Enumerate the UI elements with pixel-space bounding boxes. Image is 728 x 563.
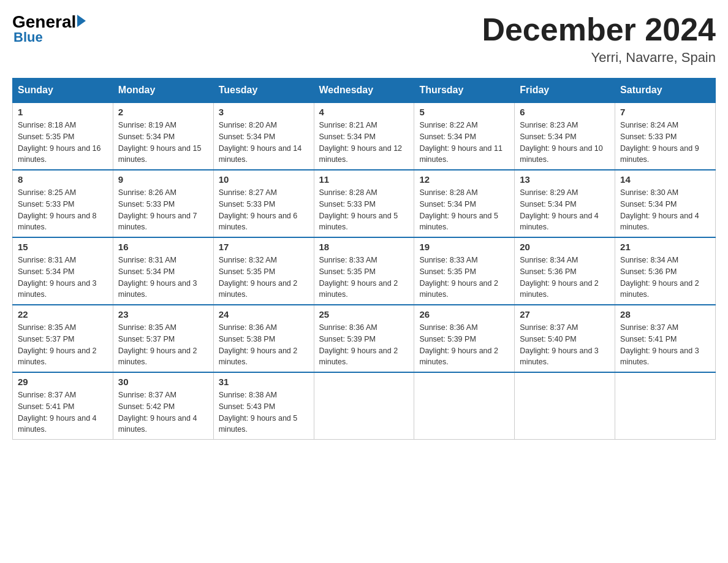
day-info: Sunrise: 8:27 AMSunset: 5:33 PMDaylight:… [219, 187, 309, 233]
day-number: 10 [219, 174, 309, 185]
day-info: Sunrise: 8:23 AMSunset: 5:34 PMDaylight:… [520, 120, 610, 166]
calendar-day-13: 13Sunrise: 8:29 AMSunset: 5:34 PMDayligh… [515, 170, 615, 237]
calendar-day-1: 1Sunrise: 8:18 AMSunset: 5:35 PMDaylight… [13, 102, 113, 170]
day-number: 1 [18, 107, 108, 117]
day-number: 26 [419, 309, 509, 320]
empty-cell [314, 372, 414, 440]
day-info: Sunrise: 8:31 AMSunset: 5:34 PMDaylight:… [18, 255, 108, 301]
calendar-day-6: 6Sunrise: 8:23 AMSunset: 5:34 PMDaylight… [515, 102, 615, 170]
day-number: 21 [620, 242, 710, 252]
day-number: 6 [520, 107, 610, 117]
empty-cell [615, 372, 716, 440]
calendar-day-20: 20Sunrise: 8:34 AMSunset: 5:36 PMDayligh… [515, 237, 615, 305]
calendar-day-23: 23Sunrise: 8:35 AMSunset: 5:37 PMDayligh… [113, 305, 213, 372]
day-number: 14 [620, 174, 710, 185]
day-info: Sunrise: 8:28 AMSunset: 5:34 PMDaylight:… [419, 187, 509, 233]
day-number: 23 [118, 309, 208, 320]
calendar-subtitle: Yerri, Navarre, Spain [482, 50, 716, 66]
day-info: Sunrise: 8:24 AMSunset: 5:33 PMDaylight:… [620, 120, 710, 166]
calendar-day-30: 30Sunrise: 8:37 AMSunset: 5:42 PMDayligh… [113, 372, 213, 440]
calendar-day-17: 17Sunrise: 8:32 AMSunset: 5:35 PMDayligh… [213, 237, 314, 305]
calendar-day-22: 22Sunrise: 8:35 AMSunset: 5:37 PMDayligh… [13, 305, 113, 372]
day-header-thursday: Thursday [414, 79, 515, 103]
day-info: Sunrise: 8:29 AMSunset: 5:34 PMDaylight:… [520, 187, 610, 233]
day-info: Sunrise: 8:28 AMSunset: 5:33 PMDaylight:… [319, 187, 409, 233]
day-header-sunday: Sunday [13, 79, 113, 103]
calendar-day-31: 31Sunrise: 8:38 AMSunset: 5:43 PMDayligh… [213, 372, 314, 440]
day-number: 28 [620, 309, 710, 320]
day-info: Sunrise: 8:38 AMSunset: 5:43 PMDaylight:… [219, 389, 309, 435]
empty-cell [414, 372, 515, 440]
day-number: 27 [520, 309, 610, 320]
calendar-day-19: 19Sunrise: 8:33 AMSunset: 5:35 PMDayligh… [414, 237, 515, 305]
day-number: 12 [419, 174, 509, 185]
week-row-3: 15Sunrise: 8:31 AMSunset: 5:34 PMDayligh… [13, 237, 716, 305]
day-header-saturday: Saturday [615, 79, 716, 103]
calendar-day-27: 27Sunrise: 8:37 AMSunset: 5:40 PMDayligh… [515, 305, 615, 372]
day-number: 2 [118, 107, 208, 117]
calendar-title: December 2024 [482, 12, 716, 47]
day-info: Sunrise: 8:26 AMSunset: 5:33 PMDaylight:… [118, 187, 208, 233]
day-info: Sunrise: 8:22 AMSunset: 5:34 PMDaylight:… [419, 120, 509, 166]
day-info: Sunrise: 8:37 AMSunset: 5:41 PMDaylight:… [620, 322, 710, 368]
calendar-header-row: SundayMondayTuesdayWednesdayThursdayFrid… [13, 79, 716, 103]
day-number: 4 [319, 107, 409, 117]
day-header-wednesday: Wednesday [314, 79, 414, 103]
calendar-day-8: 8Sunrise: 8:25 AMSunset: 5:33 PMDaylight… [13, 170, 113, 237]
calendar-day-5: 5Sunrise: 8:22 AMSunset: 5:34 PMDaylight… [414, 102, 515, 170]
day-info: Sunrise: 8:31 AMSunset: 5:34 PMDaylight:… [118, 255, 208, 301]
calendar-day-16: 16Sunrise: 8:31 AMSunset: 5:34 PMDayligh… [113, 237, 213, 305]
day-info: Sunrise: 8:36 AMSunset: 5:38 PMDaylight:… [219, 322, 309, 368]
calendar-day-10: 10Sunrise: 8:27 AMSunset: 5:33 PMDayligh… [213, 170, 314, 237]
logo-sub: Blue [13, 29, 86, 45]
day-info: Sunrise: 8:34 AMSunset: 5:36 PMDaylight:… [520, 255, 610, 301]
day-number: 15 [18, 242, 108, 252]
day-header-tuesday: Tuesday [213, 79, 314, 103]
week-row-1: 1Sunrise: 8:18 AMSunset: 5:35 PMDaylight… [13, 102, 716, 170]
day-number: 9 [118, 174, 208, 185]
day-info: Sunrise: 8:37 AMSunset: 5:41 PMDaylight:… [18, 389, 108, 435]
calendar-day-14: 14Sunrise: 8:30 AMSunset: 5:34 PMDayligh… [615, 170, 716, 237]
day-info: Sunrise: 8:37 AMSunset: 5:40 PMDaylight:… [520, 322, 610, 368]
day-number: 7 [620, 107, 710, 117]
empty-cell [515, 372, 615, 440]
day-number: 11 [319, 174, 409, 185]
calendar-day-26: 26Sunrise: 8:36 AMSunset: 5:39 PMDayligh… [414, 305, 515, 372]
day-info: Sunrise: 8:30 AMSunset: 5:34 PMDaylight:… [620, 187, 710, 233]
day-info: Sunrise: 8:21 AMSunset: 5:34 PMDaylight:… [319, 120, 409, 166]
day-info: Sunrise: 8:25 AMSunset: 5:33 PMDaylight:… [18, 187, 108, 233]
logo: General Blue [12, 12, 86, 45]
title-area: December 2024 Yerri, Navarre, Spain [482, 12, 716, 66]
day-info: Sunrise: 8:35 AMSunset: 5:37 PMDaylight:… [18, 322, 108, 368]
day-number: 16 [118, 242, 208, 252]
calendar-day-29: 29Sunrise: 8:37 AMSunset: 5:41 PMDayligh… [13, 372, 113, 440]
calendar-day-24: 24Sunrise: 8:36 AMSunset: 5:38 PMDayligh… [213, 305, 314, 372]
day-number: 20 [520, 242, 610, 252]
day-info: Sunrise: 8:34 AMSunset: 5:36 PMDaylight:… [620, 255, 710, 301]
day-number: 17 [219, 242, 309, 252]
day-number: 13 [520, 174, 610, 185]
day-info: Sunrise: 8:20 AMSunset: 5:34 PMDaylight:… [219, 120, 309, 166]
day-number: 29 [18, 377, 108, 387]
day-number: 30 [118, 377, 208, 387]
day-number: 22 [18, 309, 108, 320]
week-row-2: 8Sunrise: 8:25 AMSunset: 5:33 PMDaylight… [13, 170, 716, 237]
calendar-day-7: 7Sunrise: 8:24 AMSunset: 5:33 PMDaylight… [615, 102, 716, 170]
day-info: Sunrise: 8:19 AMSunset: 5:34 PMDaylight:… [118, 120, 208, 166]
day-info: Sunrise: 8:33 AMSunset: 5:35 PMDaylight:… [419, 255, 509, 301]
calendar-day-11: 11Sunrise: 8:28 AMSunset: 5:33 PMDayligh… [314, 170, 414, 237]
calendar-day-25: 25Sunrise: 8:36 AMSunset: 5:39 PMDayligh… [314, 305, 414, 372]
day-number: 18 [319, 242, 409, 252]
day-info: Sunrise: 8:35 AMSunset: 5:37 PMDaylight:… [118, 322, 208, 368]
calendar-day-3: 3Sunrise: 8:20 AMSunset: 5:34 PMDaylight… [213, 102, 314, 170]
calendar-table: SundayMondayTuesdayWednesdayThursdayFrid… [12, 78, 716, 440]
day-info: Sunrise: 8:33 AMSunset: 5:35 PMDaylight:… [319, 255, 409, 301]
calendar-day-21: 21Sunrise: 8:34 AMSunset: 5:36 PMDayligh… [615, 237, 716, 305]
day-info: Sunrise: 8:36 AMSunset: 5:39 PMDaylight:… [419, 322, 509, 368]
logo-arrow-icon [77, 15, 86, 27]
day-number: 3 [219, 107, 309, 117]
calendar-day-18: 18Sunrise: 8:33 AMSunset: 5:35 PMDayligh… [314, 237, 414, 305]
calendar-day-2: 2Sunrise: 8:19 AMSunset: 5:34 PMDaylight… [113, 102, 213, 170]
day-number: 25 [319, 309, 409, 320]
day-number: 24 [219, 309, 309, 320]
